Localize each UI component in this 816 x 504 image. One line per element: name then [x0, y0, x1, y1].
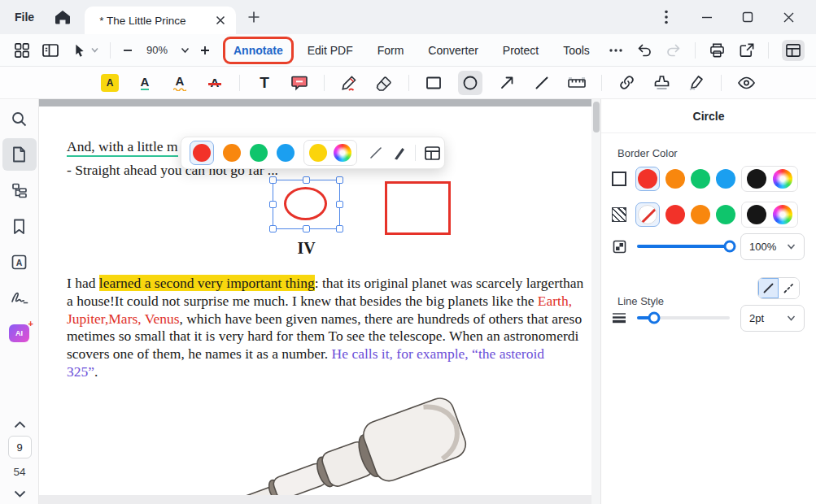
next-page-icon[interactable] [14, 490, 26, 497]
ellipse-annotation[interactable] [284, 187, 327, 220]
current-page-input[interactable]: 9 [8, 436, 32, 458]
sidebar-thumbnails-icon[interactable] [2, 138, 37, 171]
scrollbar-thumb[interactable] [593, 102, 600, 133]
previous-page-icon[interactable] [14, 421, 26, 428]
rectangle-annotation[interactable] [385, 181, 451, 235]
color-swatch-custom[interactable] [773, 205, 792, 224]
tab-annotate[interactable]: Annotate [233, 44, 283, 57]
color-swatch-blue[interactable] [277, 144, 295, 162]
zoom-in-button[interactable] [199, 45, 211, 56]
selection-handle[interactable] [303, 176, 310, 184]
strikethrough-tool-icon[interactable]: A [204, 72, 225, 93]
opacity-dropdown[interactable]: 100% [740, 233, 805, 260]
menu-kebab-icon[interactable] [657, 7, 676, 27]
opacity-slider-handle[interactable] [724, 241, 736, 253]
tab-form[interactable]: Form [377, 44, 404, 57]
opacity-slider[interactable] [637, 245, 730, 248]
selected-color-swatch[interactable] [190, 141, 214, 165]
file-menu[interactable]: File [15, 11, 34, 24]
selection-handle[interactable] [303, 225, 310, 232]
sidebar-annotations-icon[interactable]: A [2, 245, 37, 278]
tab-close-icon[interactable] [215, 15, 226, 26]
sidebar-outline-icon[interactable] [2, 174, 37, 206]
new-tab-icon[interactable] [247, 11, 260, 24]
comment-tool-icon[interactable] [289, 72, 310, 93]
pen-width-icon[interactable] [391, 146, 407, 161]
color-swatch-red[interactable] [193, 144, 211, 162]
vertical-scrollbar[interactable] [591, 99, 600, 504]
color-swatch-custom[interactable] [334, 144, 351, 162]
tab-tools[interactable]: Tools [563, 44, 590, 57]
underline-tool-icon[interactable]: A [134, 72, 155, 93]
zoom-dropdown-chevron-icon[interactable] [181, 47, 190, 54]
color-swatch-red[interactable] [638, 169, 657, 189]
maximize-button[interactable] [738, 7, 757, 27]
circle-tool-icon[interactable] [458, 71, 482, 95]
pencil-tool-icon[interactable] [338, 72, 360, 93]
selection-handle[interactable] [336, 201, 343, 208]
line-tool-icon[interactable] [531, 72, 552, 93]
color-swatch-orange[interactable] [223, 144, 241, 162]
color-swatch-black[interactable] [747, 205, 766, 224]
thumbnail-grid-icon[interactable] [13, 41, 30, 59]
more-tools-icon[interactable] [609, 48, 623, 53]
selected-color-swatch[interactable] [635, 167, 660, 191]
tab-edit-pdf[interactable]: Edit PDF [308, 44, 353, 57]
print-icon[interactable] [709, 42, 726, 59]
zoom-level-value[interactable]: 90% [143, 44, 171, 56]
visibility-eye-icon[interactable] [735, 72, 757, 93]
color-swatch-blue[interactable] [716, 169, 735, 189]
color-swatch-yellow[interactable] [309, 144, 327, 162]
selection-handle[interactable] [336, 176, 343, 184]
selection-handle[interactable] [269, 176, 277, 184]
line-width-dropdown[interactable]: 2pt [740, 305, 805, 332]
color-swatch-custom[interactable] [773, 169, 792, 189]
tab-protect[interactable]: Protect [503, 44, 539, 57]
ellipse-annotation-selection[interactable] [273, 180, 340, 229]
undo-button[interactable] [636, 43, 652, 58]
dashed-line-style-button[interactable] [779, 278, 799, 298]
home-icon[interactable] [54, 8, 72, 26]
measure-tool-icon[interactable] [566, 72, 587, 93]
close-button[interactable] [779, 7, 798, 27]
rectangle-tool-icon[interactable] [423, 72, 444, 93]
selection-handle[interactable] [269, 225, 277, 232]
stamp-tool-icon[interactable] [651, 72, 672, 93]
color-swatch-black[interactable] [747, 169, 766, 189]
solid-line-style-button[interactable] [758, 278, 779, 298]
color-swatch-green[interactable] [250, 144, 268, 162]
line-width-slider[interactable] [637, 316, 730, 319]
sidebar-signature-icon[interactable] [2, 281, 37, 314]
zoom-out-button[interactable] [122, 45, 133, 56]
color-swatch-red[interactable] [665, 205, 685, 224]
color-swatch-orange[interactable] [691, 205, 710, 224]
open-properties-panel-icon[interactable] [424, 146, 441, 161]
link-tool-icon[interactable] [616, 72, 637, 93]
text-tool-icon[interactable]: T [254, 72, 275, 93]
color-swatch-orange[interactable] [665, 169, 685, 189]
minimize-button[interactable] [697, 7, 717, 27]
selected-color-swatch[interactable] [635, 202, 660, 227]
sidebar-bookmarks-icon[interactable] [2, 210, 37, 242]
thin-line-style-icon[interactable] [369, 146, 383, 160]
color-swatch-green[interactable] [691, 169, 710, 189]
sidebar-search-icon[interactable] [2, 102, 37, 135]
squiggly-tool-icon[interactable]: A [169, 72, 190, 93]
document-tab[interactable]: * The Little Prince [85, 7, 236, 34]
selection-handle[interactable] [269, 201, 277, 208]
signature-tool-icon[interactable] [686, 72, 707, 93]
selection-handle[interactable] [336, 225, 343, 232]
color-swatch-none[interactable] [638, 205, 657, 224]
arrow-tool-icon[interactable] [496, 72, 517, 93]
tab-converter[interactable]: Converter [428, 44, 478, 57]
eraser-tool-icon[interactable] [373, 72, 395, 93]
line-width-slider-handle[interactable] [648, 312, 660, 324]
reading-layout-icon[interactable] [782, 40, 805, 61]
export-share-icon[interactable] [739, 42, 755, 59]
sidebar-ai-icon[interactable]: AI [2, 317, 37, 350]
redo-button[interactable] [665, 43, 682, 58]
select-tool-button[interactable] [71, 42, 98, 59]
sidebar-layout-icon[interactable] [41, 42, 59, 59]
color-swatch-green[interactable] [716, 205, 735, 224]
highlight-tool-icon[interactable]: A [99, 72, 120, 93]
